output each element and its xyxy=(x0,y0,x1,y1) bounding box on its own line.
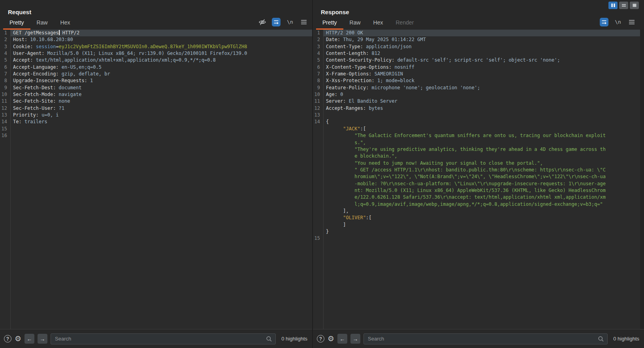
request-menu-button[interactable] xyxy=(299,18,308,26)
code-line[interactable]: nt: Mozilla/5.0 (X11; Linux x86_64) Appl… xyxy=(313,187,644,194)
response-tabs: PrettyRawHexRender xyxy=(316,17,420,30)
code-line[interactable]: 15 xyxy=(0,126,312,132)
code-line[interactable]: 3Content-Type: application/json xyxy=(313,43,644,50)
show-newlines-button[interactable]: \n xyxy=(286,18,294,26)
request-toolbar: \n xyxy=(258,17,308,30)
code-line[interactable]: 11Sec-Fetch-Site: none xyxy=(0,98,312,105)
code-line[interactable]: e blockchain.", xyxy=(313,153,644,160)
maximize-button[interactable] xyxy=(630,2,639,9)
find-previous-button[interactable]: ← xyxy=(24,334,34,344)
help-button[interactable]: ? xyxy=(317,335,324,342)
response-pane: Response PrettyRawHexRender \n xyxy=(313,0,644,348)
response-editor[interactable]: 1HTTP/2 200 OK2Date: Thu, 29 May 2025 01… xyxy=(313,30,644,329)
code-line[interactable]: 14{ xyxy=(313,119,644,125)
code-line[interactable]: 11Server: El Bandito Server xyxy=(313,98,644,105)
tab-pretty[interactable]: Pretty xyxy=(316,17,343,30)
code-text: "They're using predictive analytics, thi… xyxy=(323,146,644,153)
code-line[interactable]: } xyxy=(313,228,644,235)
search-settings-button[interactable]: ⚙ xyxy=(328,335,334,342)
code-line[interactable]: ] xyxy=(313,222,644,228)
code-text: e blockchain.", xyxy=(323,153,644,160)
line-number xyxy=(313,167,323,173)
show-newlines-button[interactable]: \n xyxy=(614,18,622,26)
code-line[interactable]: 13Priority: u=0, i xyxy=(0,112,312,119)
code-line[interactable]: 8Upgrade-Insecure-Requests: 1 xyxy=(0,77,312,84)
code-line[interactable]: "You need to jump now! Awaiting your sig… xyxy=(313,160,644,167)
request-tabs: PrettyRawHex xyxy=(3,17,77,30)
code-line[interactable]: 16 xyxy=(0,132,312,139)
code-text: Priority: u=0, i xyxy=(10,112,312,119)
code-line[interactable]: 8X-Xss-Protection: 1; mode=block xyxy=(313,77,644,84)
line-number: 14 xyxy=(313,119,323,125)
code-line[interactable]: " GET /access HTTP/1.1\r\nhost: bandito.… xyxy=(313,167,644,173)
pause-button[interactable] xyxy=(608,2,618,9)
code-line[interactable]: 5Accept: text/html,application/xhtml+xml… xyxy=(0,57,312,64)
code-line[interactable]: -mobile: ?0\r\nsec-ch-ua-platform: \"Lin… xyxy=(313,181,644,187)
code-text: Sec-Fetch-Site: none xyxy=(10,98,312,105)
word-wrap-toggle-button[interactable] xyxy=(600,18,608,26)
line-number: 10 xyxy=(313,91,323,98)
tab-hex[interactable]: Hex xyxy=(54,17,77,30)
code-line[interactable]: s.", xyxy=(313,139,644,146)
code-line[interactable]: 10Age: 0 xyxy=(313,91,644,98)
code-line[interactable]: 2Host: 10.10.68.203:80 xyxy=(0,36,312,43)
code-line[interactable]: e/122.0.6261.128 Safari/537.36\r\naccept… xyxy=(313,194,644,201)
code-line[interactable]: 6Accept-Language: en-US,en;q=0.5 xyxy=(0,64,312,71)
code-line[interactable]: 5Content-Security-Policy: default-src 's… xyxy=(313,57,644,64)
line-number: 14 xyxy=(0,119,10,125)
code-line[interactable]: 4Content-Length: 812 xyxy=(313,50,644,57)
code-line[interactable]: "JACK":[ xyxy=(313,126,644,132)
code-line[interactable]: 7Accept-Encoding: gzip, deflate, br xyxy=(0,71,312,77)
code-line[interactable]: 3Cookie: session=eyJ1c2VybmFtZSI6ImhBY2t… xyxy=(0,43,312,50)
code-line[interactable]: 1GET /getMessages HTTP/2 xyxy=(0,30,312,36)
code-line[interactable]: 4User-Agent: Mozilla/5.0 (X11; Linux x86… xyxy=(0,50,312,57)
code-line[interactable]: 7X-Frame-Options: SAMEORIGIN xyxy=(313,71,644,77)
code-line[interactable]: 12Accept-Ranges: bytes xyxy=(313,105,644,112)
line-number: 8 xyxy=(313,77,323,84)
hide-nonprintable-button[interactable] xyxy=(258,18,267,26)
search-settings-button[interactable]: ⚙ xyxy=(15,335,21,342)
minimize-button[interactable] xyxy=(619,2,628,9)
help-button[interactable]: ? xyxy=(4,335,11,342)
code-text: Cookie: session=eyJ1c2VybmFtZSI6ImhBY2tM… xyxy=(10,43,312,50)
hamburger-icon xyxy=(301,19,307,25)
code-text: " GET /access HTTP/1.1\r\nhost: bandito.… xyxy=(323,167,644,173)
tab-render: Render xyxy=(390,17,420,30)
find-next-button[interactable]: → xyxy=(350,334,360,344)
tab-raw[interactable]: Raw xyxy=(343,17,367,30)
code-line[interactable]: 1HTTP/2 200 OK xyxy=(313,30,644,36)
code-line[interactable]: 2Date: Thu, 29 May 2025 01:14:22 GMT xyxy=(313,36,644,43)
request-editor[interactable]: 1GET /getMessages HTTP/22Host: 10.10.68.… xyxy=(0,30,312,329)
code-line[interactable]: l;q=0.9,image/avif,image/webp,image/apng… xyxy=(313,201,644,208)
code-line[interactable]: "They're using predictive analytics, thi… xyxy=(313,146,644,153)
lines-icon xyxy=(621,3,626,8)
code-text: Upgrade-Insecure-Requests: 1 xyxy=(10,77,312,84)
tab-pretty[interactable]: Pretty xyxy=(3,17,30,30)
line-number: 10 xyxy=(0,91,10,98)
request-search-input[interactable] xyxy=(51,333,276,344)
response-menu-button[interactable] xyxy=(627,18,636,26)
code-line[interactable]: 10Sec-Fetch-Mode: navigate xyxy=(0,91,312,98)
code-line[interactable]: 6X-Content-Type-Options: nosniff xyxy=(313,64,644,71)
code-line[interactable]: 15 xyxy=(313,235,644,242)
code-line[interactable]: 14Te: trailers xyxy=(0,119,312,125)
find-next-button[interactable]: → xyxy=(38,334,47,344)
code-line[interactable]: 9Sec-Fetch-Dest: document xyxy=(0,85,312,91)
response-search-input[interactable] xyxy=(363,333,608,344)
newline-icon: \n xyxy=(615,19,621,25)
line-number: 16 xyxy=(0,132,10,139)
code-line[interactable]: "OLIVER":[ xyxy=(313,214,644,221)
code-line[interactable]: "The Galactic Enforcement's quantum snif… xyxy=(313,132,644,139)
tab-raw[interactable]: Raw xyxy=(30,17,54,30)
code-line[interactable]: 12Sec-Fetch-User: ?1 xyxy=(0,105,312,112)
code-line[interactable]: hromium\";v=\"122\", \"Not(A:Brand\";v=\… xyxy=(313,173,644,180)
response-highlights-count: 0 highlights xyxy=(613,336,639,342)
find-previous-button[interactable]: ← xyxy=(337,334,347,344)
code-line[interactable]: 13 xyxy=(313,112,644,119)
line-number: 5 xyxy=(313,57,323,64)
code-line[interactable]: 9Feature-Policy: microphone 'none'; geol… xyxy=(313,85,644,91)
tab-hex[interactable]: Hex xyxy=(367,17,390,30)
line-number: 4 xyxy=(0,50,10,57)
code-line[interactable]: ], xyxy=(313,208,644,214)
word-wrap-toggle-button[interactable] xyxy=(272,18,281,26)
